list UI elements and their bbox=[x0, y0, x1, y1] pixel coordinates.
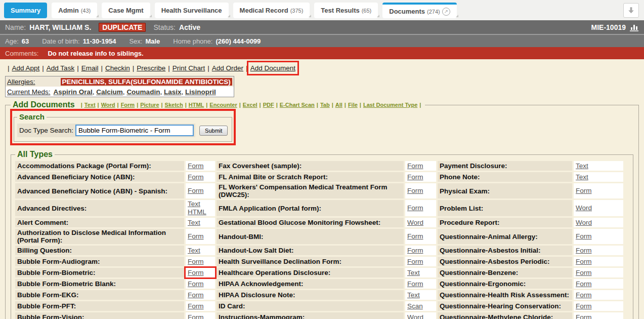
doc-type-link[interactable]: Form bbox=[576, 280, 592, 288]
doc-type-link-cell: Word bbox=[405, 312, 436, 319]
doc-format-link-html[interactable]: HTML bbox=[189, 102, 204, 108]
doc-type-link[interactable]: Word bbox=[576, 219, 592, 227]
doc-type-link[interactable]: Text bbox=[576, 162, 588, 170]
add-order-link[interactable]: Add Order bbox=[212, 64, 243, 72]
doc-type-link[interactable]: Form bbox=[188, 302, 204, 310]
doc-format-link-sketch[interactable]: Sketch bbox=[165, 102, 183, 108]
doc-type-label: Accommodations Package (Portal Form): bbox=[15, 161, 184, 171]
doc-type-link[interactable]: Form bbox=[576, 187, 592, 195]
doc-format-link-form[interactable]: Form bbox=[121, 102, 135, 108]
doc-type-link[interactable]: HTML bbox=[188, 208, 206, 216]
doc-type-link-cell: Form bbox=[574, 183, 623, 198]
allergies-link[interactable]: Allergies: bbox=[7, 78, 35, 86]
doc-type-link[interactable]: Text bbox=[407, 269, 420, 277]
doc-type-link[interactable]: Form bbox=[407, 162, 423, 170]
duplicate-badge: DUPLICATE bbox=[99, 23, 146, 32]
doc-type-label: Bubble Form-Audiogram: bbox=[15, 257, 184, 266]
doc-format-link-excel[interactable]: Excel bbox=[243, 102, 257, 108]
doc-type-link[interactable]: Form bbox=[407, 258, 423, 266]
doc-type-link[interactable]: Form bbox=[407, 187, 423, 195]
current-meds-link[interactable]: Current Meds: bbox=[7, 88, 51, 96]
doc-type-link[interactable]: Form bbox=[576, 302, 592, 310]
doc-type-link[interactable]: Form bbox=[576, 291, 592, 299]
flowsheet-chart-icon[interactable] bbox=[629, 23, 639, 31]
doc-type-link[interactable]: Word bbox=[407, 313, 423, 319]
doc-format-link-e-chart-scan[interactable]: E-Chart Scan bbox=[280, 102, 315, 108]
doc-type-link[interactable]: Form bbox=[188, 280, 204, 288]
doc-type-link[interactable]: Form bbox=[407, 204, 423, 212]
doc-type-label: FMLA Application (Portal form): bbox=[217, 200, 404, 216]
add-task-link[interactable]: Add Task bbox=[47, 64, 74, 72]
doc-type-link[interactable]: Form bbox=[407, 247, 423, 255]
doc-type-label: FL Animal Bite or Scratch Report: bbox=[217, 172, 404, 182]
doc-type-label: Billing Question: bbox=[15, 246, 184, 255]
prescribe-link[interactable]: Prescribe bbox=[137, 64, 165, 72]
doc-format-link-pdf[interactable]: PDF bbox=[263, 102, 274, 108]
doc-type-link-cell: Word bbox=[405, 218, 436, 227]
doc-format-link-encounter[interactable]: Encounter bbox=[209, 102, 237, 108]
doc-type-link[interactable]: Form bbox=[407, 232, 423, 241]
doc-format-link-picture[interactable]: Picture bbox=[140, 102, 159, 108]
doc-type-link[interactable]: Form bbox=[188, 258, 204, 266]
doc-type-link[interactable]: Form bbox=[188, 313, 204, 319]
email-link[interactable]: Email bbox=[81, 64, 99, 72]
doc-format-link-file[interactable]: File bbox=[348, 102, 358, 108]
med-link[interactable]: Lisinopril bbox=[185, 88, 216, 96]
med-link[interactable]: Lasix bbox=[164, 88, 182, 96]
doc-type-link[interactable]: Text bbox=[188, 219, 200, 227]
allergies-box: Allergies: PENICILLINS, SULFA(SULFONAMID… bbox=[5, 76, 234, 97]
tab-medical-record[interactable]: Medical Record(375) bbox=[233, 3, 310, 18]
doc-type-link[interactable]: Form bbox=[407, 173, 423, 181]
doc-type-link-cell: Form bbox=[186, 172, 215, 182]
submit-button[interactable]: Submit bbox=[199, 126, 228, 136]
doc-type-link[interactable]: Form bbox=[188, 269, 204, 277]
doc-type-link[interactable]: Word bbox=[576, 204, 592, 212]
popout-icon[interactable]: ↗ bbox=[442, 8, 450, 16]
tab-admin[interactable]: Admin(43) bbox=[52, 3, 97, 18]
doc-type-link[interactable]: Form bbox=[576, 269, 592, 277]
tab-summary[interactable]: Summary bbox=[4, 3, 47, 18]
doc-type-link[interactable]: Form bbox=[576, 247, 592, 255]
download-button[interactable] bbox=[623, 3, 639, 18]
doc-type-link[interactable]: Text bbox=[576, 173, 588, 181]
med-link[interactable]: Calcium bbox=[96, 88, 123, 96]
doc-type-link[interactable]: Form bbox=[188, 291, 204, 299]
doc-format-link-last-document-type[interactable]: Last Document Type bbox=[363, 102, 417, 108]
doc-type-search-input[interactable] bbox=[75, 125, 194, 136]
doc-type-link[interactable]: Form bbox=[576, 232, 592, 241]
separator: | bbox=[260, 102, 261, 108]
checkin-link[interactable]: Checkin bbox=[105, 64, 130, 72]
doc-type-link[interactable]: Form bbox=[188, 187, 204, 195]
print-chart-link[interactable]: Print Chart bbox=[173, 64, 205, 72]
doc-type-link-cell: Form bbox=[574, 301, 623, 311]
med-link[interactable]: Coumadin bbox=[126, 88, 160, 96]
doc-format-link-all[interactable]: All bbox=[335, 102, 342, 108]
doc-type-link[interactable]: Text bbox=[188, 200, 200, 208]
doc-type-link[interactable]: Form bbox=[188, 173, 204, 181]
add-appt-link[interactable]: Add Appt bbox=[12, 64, 40, 72]
doc-format-link-word[interactable]: Word bbox=[101, 102, 115, 108]
doc-type-link[interactable]: Text bbox=[407, 291, 420, 299]
tab-documents[interactable]: Documents(274)↗ bbox=[382, 3, 456, 18]
doc-type-link[interactable]: Form bbox=[407, 280, 423, 288]
doc-type-link-cell: Word bbox=[574, 218, 623, 227]
doc-type-label: Handout-Low Salt Diet: bbox=[217, 246, 404, 255]
age-value: 63 bbox=[22, 37, 29, 45]
doc-type-link[interactable]: Form bbox=[188, 162, 204, 170]
tab-case-mgmt[interactable]: Case Mgmt bbox=[102, 3, 150, 18]
doc-type-link[interactable]: Text bbox=[188, 247, 200, 255]
allergy-values[interactable]: PENICILLINS, SULFA(SULFONAMIDE ANTIBIOTI… bbox=[61, 78, 232, 86]
doc-type-link[interactable]: Word bbox=[407, 219, 423, 227]
doc-type-link[interactable]: Form bbox=[576, 258, 592, 266]
doc-type-link-cell: Word bbox=[574, 200, 623, 216]
doc-type-link[interactable]: Form bbox=[576, 313, 592, 319]
doc-format-link-text[interactable]: Text bbox=[84, 102, 96, 108]
med-link[interactable]: Aspirin Oral bbox=[54, 88, 93, 96]
doc-type-link[interactable]: Form bbox=[188, 232, 204, 241]
doc-type-link[interactable]: Scan bbox=[407, 302, 423, 310]
doc-format-link-tab[interactable]: Tab bbox=[320, 102, 330, 108]
tab-health-surveillance[interactable]: Health Surveillance bbox=[155, 3, 229, 18]
comments-bar: Comments: Do not release info to sibling… bbox=[0, 47, 644, 59]
tab-test-results[interactable]: Test Results(65) bbox=[314, 3, 378, 18]
add-document-link[interactable]: Add Document bbox=[250, 64, 295, 72]
